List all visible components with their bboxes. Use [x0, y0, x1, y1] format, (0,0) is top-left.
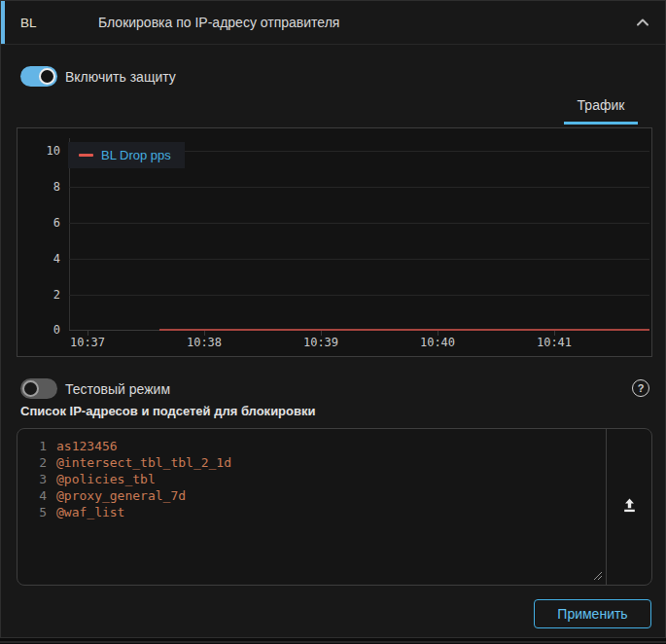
section-header[interactable]: BL Блокировка по IP-адресу отправителя	[1, 1, 665, 45]
ip-list-label: Список IP-адресов и подсетей для блокиро…	[20, 404, 316, 418]
code-line: 1 as123456	[18, 438, 607, 454]
x-tick-label: 10:38	[187, 336, 222, 349]
upload-button[interactable]	[608, 429, 651, 585]
traffic-chart: 10 8 6 4 2 0 10:37 10:38 10:39 10:40 10:…	[17, 127, 652, 357]
x-tick-label: 10:39	[303, 336, 338, 349]
protection-toggle-label: Включить защиту	[65, 69, 176, 85]
line-number: 5	[18, 504, 47, 520]
resize-grip-icon[interactable]	[591, 569, 603, 581]
gridline	[69, 295, 649, 296]
code-line: 4 @proxy_general_7d	[18, 487, 607, 504]
line-number: 3	[18, 471, 47, 487]
y-tick-label: 2	[18, 288, 60, 302]
gridline	[69, 259, 649, 260]
line-number: 4	[18, 487, 47, 504]
legend-item-bl-drop-pps[interactable]: BL Drop pps	[68, 142, 185, 168]
legend-series-label: BL Drop pps	[101, 148, 171, 162]
gridline	[69, 223, 649, 224]
code-line: 3 @policies_tbl	[18, 471, 607, 487]
section-title: Блокировка по IP-адресу отправителя	[98, 15, 339, 30]
series-line-bl-drop-pps	[159, 329, 649, 331]
legend-series-color-dash	[79, 154, 93, 157]
x-tick-label: 10:40	[420, 336, 455, 349]
y-tick-label: 6	[18, 216, 60, 230]
ip-list-code-area[interactable]: 1 as123456 2 @intersect_tbl_tbl_2_1d 3 @…	[18, 429, 607, 585]
toggle-knob	[22, 380, 39, 397]
code-line: 5 @waf_list	[18, 504, 607, 520]
y-tick-label: 10	[18, 144, 60, 158]
y-tick-label: 0	[18, 323, 60, 337]
line-number: 2	[18, 454, 47, 471]
gridline	[69, 187, 649, 188]
code-text: @proxy_general_7d	[56, 487, 186, 504]
help-icon[interactable]: ?	[632, 379, 649, 397]
code-line: 2 @intersect_tbl_tbl_2_1d	[18, 454, 607, 471]
toggle-knob	[39, 68, 55, 85]
next-section-edge	[0, 641, 666, 643]
section-badge: BL	[20, 16, 37, 30]
bl-section-panel: BL Блокировка по IP-адресу отправителя В…	[0, 0, 666, 638]
accent-bar	[1, 1, 5, 44]
test-mode-toggle-label: Тестовый режим	[65, 381, 170, 397]
protection-toggle[interactable]	[20, 66, 57, 87]
code-text: @intersect_tbl_tbl_2_1d	[56, 454, 231, 471]
upload-icon	[621, 497, 638, 518]
chevron-up-icon[interactable]	[636, 18, 649, 27]
ip-list-editor: 1 as123456 2 @intersect_tbl_tbl_2_1d 3 @…	[17, 428, 652, 586]
code-text: as123456	[56, 438, 118, 454]
test-mode-toggle[interactable]	[20, 378, 57, 399]
editor-divider	[606, 429, 607, 585]
y-tick-label: 8	[18, 180, 60, 194]
code-text: @policies_tbl	[56, 471, 156, 487]
apply-button[interactable]: Применить	[534, 599, 651, 628]
x-tick-label: 10:37	[70, 336, 105, 349]
y-tick-label: 4	[18, 252, 60, 266]
x-tick-label: 10:41	[537, 336, 572, 349]
line-number: 1	[18, 438, 47, 454]
code-text: @waf_list	[56, 504, 124, 520]
tab-traffic[interactable]: Трафик	[564, 97, 638, 125]
